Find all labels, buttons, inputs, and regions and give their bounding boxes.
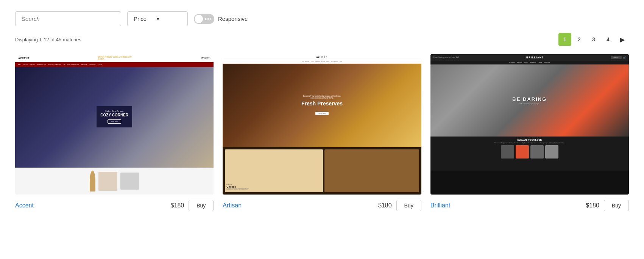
accent-products: [15, 168, 214, 195]
artisan-hero: Seasonally harvested and prepared at the…: [223, 64, 421, 147]
themes-grid: ACCENT ENTER PROMO CODE AT CHECKOUT!GIFT…: [15, 54, 629, 211]
accent-price-buy: $180 Buy: [171, 200, 214, 211]
responsive-toggle[interactable]: OFF: [194, 14, 214, 24]
accent-shop-btn[interactable]: Shop Now: [108, 119, 121, 124]
theme-card-accent: ACCENT ENTER PROMO CODE AT CHECKOUT!GIFT…: [15, 54, 214, 211]
status-bar: Displaying 1-12 of 45 matches 1 2 3 4 ▶: [15, 33, 629, 46]
theme-card-artisan: artisan New ArrivalsJamsCheeseBreadWineB…: [223, 54, 421, 211]
brilliant-price-buy: $180 Buy: [586, 200, 629, 211]
search-input[interactable]: [15, 11, 121, 26]
brilliant-buy-button[interactable]: Buy: [604, 200, 629, 211]
artisan-footer: Artisan $180 Buy: [223, 200, 421, 211]
page-btn-3[interactable]: 3: [587, 33, 600, 46]
theme-card-brilliant: Free shipping on orders over $50! BRILLI…: [430, 54, 629, 211]
price-dropdown[interactable]: Price ▼: [127, 11, 188, 26]
brilliant-footer: Brilliant $180 Buy: [430, 200, 629, 211]
brilliant-price: $180: [586, 202, 599, 209]
price-label: Price: [134, 16, 147, 22]
artisan-name[interactable]: Artisan: [223, 202, 242, 209]
accent-logo: ACCENT: [18, 57, 29, 60]
page-btn-4[interactable]: 4: [602, 33, 614, 46]
accent-hero: Modern Style For Your COZY CORNER Shop N…: [15, 67, 214, 168]
accent-promo: ENTER PROMO CODE AT CHECKOUT!GIFT15: [98, 56, 133, 60]
next-page-button[interactable]: ▶: [616, 33, 629, 46]
artisan-price-buy: $180 Buy: [378, 200, 421, 211]
toggle-knob: [195, 15, 203, 23]
responsive-label: Responsive: [218, 16, 248, 22]
brilliant-name[interactable]: Brilliant: [430, 202, 450, 209]
accent-preview[interactable]: ACCENT ENTER PROMO CODE AT CHECKOUT!GIFT…: [15, 54, 214, 195]
accent-cart: MY CART ▪: [201, 57, 211, 59]
brilliant-top-bar: Free shipping on orders over $50! BRILLI…: [430, 54, 629, 61]
artisan-preview[interactable]: artisan New ArrivalsJamsCheeseBreadWineB…: [223, 54, 421, 195]
status-text: Displaying 1-12 of 45 matches: [15, 37, 81, 42]
responsive-toggle-wrap: OFF Responsive: [194, 14, 248, 24]
brilliant-bottom: ELEVATE YOUR LOOK Discover our finely cu…: [430, 137, 629, 171]
accent-buy-button[interactable]: Buy: [189, 200, 214, 211]
accent-nav: BEDBATHDININGFURNITURERUGS+CURTAINSPILLO…: [15, 62, 214, 67]
toggle-off-label: OFF: [205, 17, 213, 21]
artisan-price: $180: [378, 202, 392, 209]
accent-name[interactable]: Accent: [15, 202, 34, 209]
accent-title: COZY CORNER: [100, 113, 128, 117]
accent-tagline: Modern Style For Your: [105, 110, 124, 112]
pagination: 1 2 3 4 ▶: [558, 33, 629, 46]
chevron-down-icon: ▼: [156, 16, 160, 22]
brilliant-preview[interactable]: Free shipping on orders over $50! BRILLI…: [430, 54, 629, 195]
page-btn-2[interactable]: 2: [573, 33, 586, 46]
artisan-logo: artisan: [223, 54, 421, 60]
accent-footer: Accent $180 Buy: [15, 200, 214, 211]
artisan-products: Roll, Roll Cheese A diverse selection of…: [223, 147, 421, 195]
page-btn-1[interactable]: 1: [558, 33, 571, 46]
accent-price: $180: [171, 202, 184, 209]
brilliant-nav: BraceletsEarringsRingsNecklacesTiarasBro…: [430, 61, 629, 64]
toolbar: Price ▼ OFF Responsive: [15, 11, 629, 26]
brilliant-hero: BE DARING with our most unique designs.: [430, 64, 629, 137]
artisan-buy-button[interactable]: Buy: [396, 200, 421, 211]
artisan-nav: New ArrivalsJamsCheeseBreadWineBest Sell…: [223, 60, 421, 64]
